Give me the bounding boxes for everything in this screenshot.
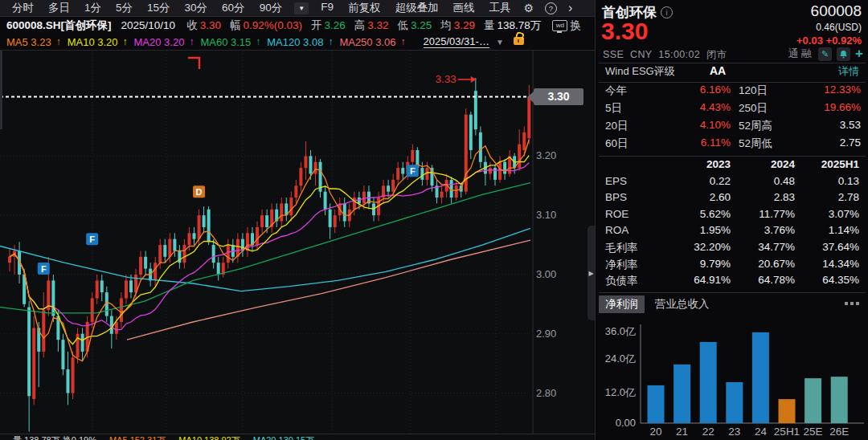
toolbar-action[interactable]: F9 xyxy=(313,1,341,15)
candle xyxy=(474,78,477,136)
toolbar-action[interactable]: 工具 xyxy=(481,1,518,15)
edit-pencil-icon[interactable]: ✎ xyxy=(818,47,832,61)
candle xyxy=(294,180,297,204)
up-arrow-icon: ↑ xyxy=(56,36,61,48)
toolbar-action[interactable]: 超级叠加 xyxy=(387,1,445,15)
candle xyxy=(372,198,375,222)
candle xyxy=(182,239,186,269)
price-axis-label: 3.20 xyxy=(536,149,556,161)
bar-y-tick: 0.00 xyxy=(616,417,636,429)
high-annotation: 3.33 xyxy=(436,73,457,85)
candle xyxy=(304,141,307,180)
esg-rating: AA xyxy=(710,64,726,77)
fin-table-row: ROA1.95%3.76%1.14% xyxy=(596,224,868,241)
chevron-down-icon[interactable]: ▼ xyxy=(496,38,504,47)
candle xyxy=(42,292,45,357)
help-icon[interactable]: ? xyxy=(545,2,557,14)
event-marker-D: D xyxy=(193,185,205,198)
candle xyxy=(61,334,64,376)
toolbar-period-tab[interactable]: 多日 xyxy=(41,1,77,15)
toolbar-action[interactable]: 前复权 xyxy=(341,1,388,15)
candle xyxy=(193,227,196,245)
toolbar-period-tab[interactable]: 15分 xyxy=(140,1,178,15)
candle xyxy=(275,203,278,227)
candle xyxy=(154,257,157,287)
candle xyxy=(100,275,104,301)
bar-x-label: 24 xyxy=(755,426,768,438)
stock-code: 600008 xyxy=(811,2,862,20)
info-icon[interactable]: i xyxy=(661,6,673,18)
chevron-right-icon[interactable]: › xyxy=(568,1,572,15)
svg-text:D: D xyxy=(196,187,203,197)
wind-watermark-icon: wd xyxy=(552,20,567,31)
toolbar-action[interactable]: 画线 xyxy=(445,1,481,15)
add-to-watchlist-icon[interactable]: + xyxy=(855,46,863,62)
toolbar-period-tab[interactable]: 60分 xyxy=(215,1,252,15)
event-marker-F: F xyxy=(38,263,50,275)
esg-detail-link[interactable]: 详情 xyxy=(838,64,859,79)
candle xyxy=(285,198,288,222)
stock-detail-panel: 首创环保 i 600008 3.30 0.46(USD) +0.03 +0.92… xyxy=(595,0,868,440)
profit-bar xyxy=(779,399,796,423)
toolbar-period-tab[interactable]: 5分 xyxy=(108,1,140,15)
svg-text:F: F xyxy=(89,234,95,244)
candle xyxy=(270,203,273,233)
candle xyxy=(251,227,254,251)
date-range-selector[interactable]: 2025/03/31-… xyxy=(424,35,489,48)
trading-terminal-window: 分时多日1分5分15分30分60分90分 ▼ F9前复权超级叠加画线工具 ⚙ ?… xyxy=(0,0,868,440)
ma-legend-item: MA120 3.08 xyxy=(267,36,323,48)
divider xyxy=(599,156,866,157)
candle xyxy=(96,275,99,304)
profit-tabs: 净利润 营业总收入 xyxy=(596,295,868,313)
profit-bar xyxy=(805,378,821,423)
toolbar-period-tab[interactable]: 1分 xyxy=(77,1,108,15)
profit-bar xyxy=(648,385,665,423)
quote-field: 收3.30 xyxy=(186,18,221,33)
toolbar-period-tab[interactable]: 90分 xyxy=(252,1,290,15)
tab-net-profit[interactable]: 净利润 xyxy=(599,295,645,313)
candle xyxy=(324,185,327,215)
fin-table-row: BPS2.602.832.78 xyxy=(596,191,868,208)
candlestick-chart-pane[interactable]: FFDF3.33 3.203.103.002.902.80 3.30 量 138… xyxy=(0,50,595,440)
corner-bracket-annotation xyxy=(188,58,199,69)
candle xyxy=(125,275,128,304)
bar-x-label: 23 xyxy=(728,426,740,438)
candle xyxy=(440,185,444,203)
turnover-label-clipped: 换 xyxy=(570,18,581,33)
candle xyxy=(241,233,244,257)
candle xyxy=(489,162,492,180)
candle xyxy=(280,198,283,227)
unlock-icon[interactable] xyxy=(514,37,524,45)
more-menu-icon[interactable] xyxy=(845,302,859,305)
alert-bell-icon[interactable] xyxy=(837,47,850,61)
bar-x-label: 26E xyxy=(829,426,849,438)
bar-x-label: 20 xyxy=(649,426,661,438)
divider xyxy=(599,292,866,293)
current-price-tag: 3.30 xyxy=(534,88,583,105)
bar-y-tick: 12.0亿 xyxy=(605,386,636,398)
candle xyxy=(91,292,94,328)
fin-table-row: ROE5.62%11.77%3.07% xyxy=(596,208,868,225)
toolbar-period-tab[interactable]: 分时 xyxy=(5,1,41,15)
candle xyxy=(163,239,166,263)
ma-legend-item: MA20 3.20 xyxy=(134,36,185,48)
candle xyxy=(299,162,302,192)
ma-legend-item: MA10 3.20 xyxy=(68,36,118,48)
panel-collapse-handle[interactable]: ▶ xyxy=(588,226,595,320)
quote-field: 低3.25 xyxy=(398,18,432,33)
gear-icon[interactable]: ⚙ xyxy=(523,2,534,14)
bar-y-tick: 24.0亿 xyxy=(605,352,636,365)
candle xyxy=(110,310,113,348)
tab-total-revenue[interactable]: 营业总收入 xyxy=(649,295,716,313)
quote-field: 量138.78万 xyxy=(484,18,541,33)
net-profit-bar-chart: 36.0亿24.0亿12.0亿0.00202122232425H125E26E xyxy=(596,315,868,440)
period-dropdown-button[interactable]: ▼ xyxy=(294,2,309,14)
candle xyxy=(411,145,414,169)
symbol-label: 600008.SH[首创环保] xyxy=(6,18,112,33)
candle xyxy=(236,233,240,263)
toolbar-period-tab[interactable]: 30分 xyxy=(178,1,215,15)
candle xyxy=(32,316,35,405)
price-axis-label: 3.00 xyxy=(536,268,556,280)
candle xyxy=(420,162,424,186)
quote-field: 开3.26 xyxy=(311,18,346,33)
